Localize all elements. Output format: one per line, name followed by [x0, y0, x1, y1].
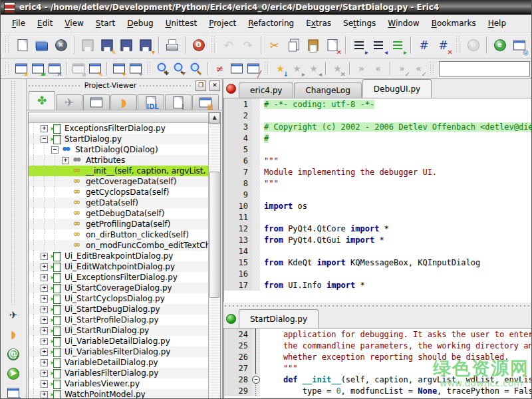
toolbar-handle[interactable]: [430, 62, 435, 76]
next-bookmark-button[interactable]: ★▸: [289, 61, 305, 76]
toolbar-handle[interactable]: [5, 62, 10, 76]
save-project-as-button[interactable]: ✎: [87, 61, 102, 76]
close-file-button[interactable]: ✕: [52, 37, 70, 55]
expand-icon[interactable]: +: [41, 359, 48, 366]
tree-item-ui_startcyclopsdialog.py[interactable]: +Ui_StartCyclopsDialog.py: [29, 293, 208, 304]
tree-item-ui_startcoveragedialog.py[interactable]: +Ui_StartCoverageDialog.py: [29, 283, 208, 293]
preview-button[interactable]: ◎: [510, 37, 528, 55]
expand-icon[interactable]: +: [41, 125, 48, 132]
previous-bookmark-button[interactable]: ★◂: [306, 61, 321, 76]
menu-help[interactable]: Help: [482, 16, 512, 31]
tree-item-ui_variabledetaildialog.py[interactable]: +Ui_VariableDetailDialog.py: [29, 336, 208, 346]
expand-icon[interactable]: +: [41, 338, 48, 345]
expand-icon[interactable]: +: [41, 295, 48, 303]
quicksearch-input[interactable]: [439, 61, 530, 76]
zoom-out-button[interactable]: −: [172, 61, 187, 76]
open-project-button[interactable]: ▰: [30, 61, 45, 76]
editor-top[interactable]: 1# -*- coding: utf-8 -*-23# Copyright (c…: [223, 98, 531, 302]
zoom-in-button[interactable]: +: [155, 61, 170, 76]
clear-bookmarks-button[interactable]: ★✕: [330, 61, 345, 76]
tree-item-on_modfunccombo_edittextchanged[interactable]: on_modFuncCombo_editTextChanged: [29, 240, 208, 251]
eric-web-browser-button[interactable]: e: [491, 37, 509, 55]
open-file-button[interactable]: [33, 37, 51, 55]
sidebar-icon-translations[interactable]: ◗: [5, 327, 22, 344]
sidebar-icon-helpviewer[interactable]: @: [5, 346, 22, 363]
expand-icon[interactable]: +: [41, 317, 48, 324]
zoom-reset-button[interactable]: [188, 61, 203, 76]
expand-icon[interactable]: +: [41, 285, 48, 292]
remove-split-button[interactable]: ╱: [245, 61, 261, 76]
editor-bottom[interactable]: 24 application for debugging. It asks th…: [223, 329, 531, 399]
tree-item-variablesviewer.py[interactable]: +VariablesViewer.py: [29, 378, 208, 389]
pv-tab-debuggers[interactable]: ✈: [56, 94, 82, 110]
menu-extras[interactable]: Extras: [300, 16, 337, 31]
tree-item-ui_editbreakpointdialog.py[interactable]: +Ui_EditBreakpointDialog.py: [29, 251, 208, 261]
expand-icon[interactable]: +: [62, 157, 69, 164]
pv-tab-resources-icon[interactable]: ▦: [198, 96, 213, 109]
split-view-button[interactable]: [229, 61, 244, 76]
save-file-as-button[interactable]: ✎: [98, 37, 116, 55]
tree-item-__init__-self-caption-argvlist-[interactable]: __init__(self, caption, argvList,: [29, 166, 208, 176]
sidebar-icon-project-window[interactable]: ✈: [5, 384, 22, 399]
editor-splitter[interactable]: [223, 302, 531, 309]
project-tree[interactable]: +ExceptionsFilterDialog.py−StartDialog.p…: [29, 123, 208, 399]
previous-task-button[interactable]: «✓: [411, 61, 426, 76]
smart-indent-button[interactable]: ▸: [388, 37, 406, 55]
previous-change-button[interactable]: «: [370, 61, 386, 76]
menu-debug[interactable]: Debug: [121, 16, 159, 31]
tree-item-variabledetaildialog.py[interactable]: +VariableDetailDialog.py: [29, 357, 208, 368]
toolbar-handle[interactable]: [264, 62, 269, 76]
menu-file[interactable]: File: [6, 16, 31, 31]
expand-icon[interactable]: +: [41, 327, 48, 334]
pv-tab-others[interactable]: ⋮: [165, 94, 192, 110]
toolbar-handle[interactable]: [211, 37, 216, 55]
save-file-copy-button[interactable]: ▾: [136, 37, 154, 55]
save-project-button[interactable]: ▪: [70, 61, 86, 76]
pv-tab-debuggers-icon[interactable]: ✈: [62, 96, 76, 109]
expand-icon[interactable]: +: [41, 306, 48, 313]
new-file-button[interactable]: [13, 37, 31, 55]
menu-project[interactable]: Project: [203, 16, 242, 31]
menu-unittest[interactable]: Unittest: [160, 16, 203, 31]
tree-item-getcyclopsdata-self-[interactable]: getCyclopsData(self): [29, 187, 208, 198]
autocheck-button[interactable]: ↻: [464, 37, 482, 55]
indent-button[interactable]: ▸: [350, 37, 368, 55]
tree-item-startdialog-qdialog-[interactable]: −StartDialog(QDialog): [29, 144, 208, 155]
expand-icon[interactable]: +: [41, 274, 48, 281]
goto-line-button[interactable]: ≠: [212, 61, 227, 76]
tree-item-getprofilingdata-self-[interactable]: getProfilingData(self): [29, 219, 208, 229]
editor-tab-changelog[interactable]: ChangeLog: [294, 82, 361, 98]
collapse-icon[interactable]: −: [41, 136, 48, 143]
delete-button[interactable]: ✕: [323, 37, 341, 55]
pv-tab-translations[interactable]: ◗: [110, 94, 137, 110]
save-all-files-button[interactable]: [117, 37, 135, 55]
tree-item-ui_editwatchpointdialog.py[interactable]: +Ui_EditWatchpointDialog.py: [29, 261, 208, 272]
pv-tab-resources[interactable]: ▦: [192, 94, 219, 110]
tree-item-getdata-self-[interactable]: getData(self): [29, 198, 208, 208]
menu-edit[interactable]: Edit: [31, 16, 59, 31]
project-properties-button[interactable]: ✦: [111, 61, 126, 76]
pv-tab-interfaces[interactable]: IDL: [138, 94, 164, 110]
menu-settings[interactable]: Settings: [337, 16, 382, 31]
new-project-button[interactable]: ★: [13, 61, 29, 76]
menu-view[interactable]: View: [59, 16, 89, 31]
expand-icon[interactable]: +: [41, 253, 48, 260]
toggle-bookmark-button[interactable]: ★↓: [273, 61, 288, 76]
expand-icon[interactable]: +: [41, 380, 48, 388]
editor-tab-eric4-py[interactable]: eric4.py: [239, 82, 293, 98]
next-change-button[interactable]: »: [354, 61, 369, 76]
sidebar-icon-browser[interactable]: ➤: [5, 365, 22, 382]
undo-button[interactable]: ↶: [219, 37, 237, 55]
pv-tab-forms-icon[interactable]: [89, 96, 104, 109]
tree-item-ui_exceptionsfilterdialog.py[interactable]: +Ui_ExceptionsFilterDialog.py: [29, 272, 208, 283]
menu-bookmarks[interactable]: Bookmarks: [426, 16, 482, 31]
fold-collapse-marker[interactable]: [252, 374, 260, 385]
tree-item-variablesfilterdialog.py[interactable]: +VariablesFilterDialog.py: [29, 368, 208, 378]
toolbar-handle[interactable]: [5, 37, 10, 55]
unindent-button[interactable]: ◂: [369, 37, 387, 55]
editor-tab-startdialog-py[interactable]: StartDialog.py: [239, 309, 319, 328]
expand-icon[interactable]: +: [41, 370, 48, 377]
uncomment-button[interactable]: #✕: [434, 37, 452, 55]
float-dock-button[interactable]: ❐: [196, 80, 206, 91]
tree-item-ui_variablesfilterdialog.py[interactable]: +Ui_VariablesFilterDialog.py: [29, 346, 208, 357]
